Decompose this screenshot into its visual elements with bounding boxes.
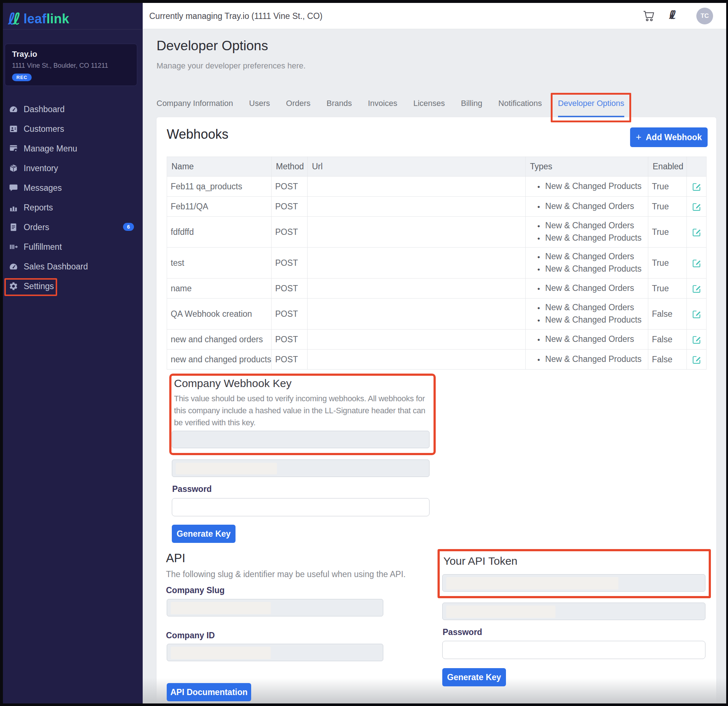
webhook-type: ●New & Changed Products <box>537 353 644 366</box>
sidebar-item-label: Messages <box>24 183 62 193</box>
tab-users[interactable]: Users <box>249 94 270 117</box>
webhook-url-cell <box>308 247 526 279</box>
webhook-row: testPOST●New & Changed Orders●New & Chan… <box>167 247 706 279</box>
sidebar-item-inventory[interactable]: Inventory <box>3 158 143 178</box>
leaflink-logo-text: leaflink <box>24 11 69 27</box>
password-label: Password <box>443 627 482 637</box>
tab-developer-options[interactable]: Developer Options <box>558 94 624 117</box>
generate-key-button[interactable]: Generate Key <box>442 668 506 686</box>
password-field[interactable] <box>172 498 429 516</box>
sidebar-item-messages[interactable]: Messages <box>3 178 143 198</box>
webhook-row: new and changed ordersPOST●New & Changed… <box>167 330 706 350</box>
tab-licenses[interactable]: Licenses <box>413 94 445 117</box>
sidebar-item-fulfillment[interactable]: Fulfillment <box>3 237 143 257</box>
edit-webhook-icon[interactable] <box>692 284 702 293</box>
redacted-value <box>171 602 271 614</box>
column-header-Types: Types <box>526 157 648 176</box>
sidebar-item-reports[interactable]: Reports <box>3 198 143 217</box>
sidebar-divider <box>3 29 143 29</box>
sidebar-item-orders[interactable]: Orders6 <box>3 217 143 237</box>
tab-notifications[interactable]: Notifications <box>498 94 542 117</box>
page-title: Developer Options <box>156 38 268 54</box>
reports-icon <box>9 203 18 212</box>
sidebar-item-settings[interactable]: Settings <box>3 276 143 296</box>
edit-webhook-icon[interactable] <box>692 335 702 344</box>
edit-webhook-icon[interactable] <box>692 202 702 211</box>
webhook-method-cell: POST <box>272 330 308 350</box>
webhook-types-cell: ●New & Changed Orders <box>526 197 648 217</box>
leaflink-mark-icon[interactable]: ℓℓ <box>669 8 676 22</box>
tab-company-information[interactable]: Company Information <box>156 94 233 117</box>
redacted-value <box>446 577 618 589</box>
edit-webhook-icon[interactable] <box>692 309 702 318</box>
app-window: ℓℓ leaflink Tray.io 1111 Vine St., Bould… <box>0 0 728 706</box>
license-type-badge: REC <box>12 74 32 81</box>
dashboard-icon <box>9 104 18 114</box>
edit-webhook-icon[interactable] <box>692 182 702 191</box>
edit-webhook-icon[interactable] <box>692 227 702 237</box>
webhook-name-cell: Feb11/QA <box>167 197 272 217</box>
bullet-icon: ● <box>537 266 540 272</box>
webhook-key-secondary-field[interactable] <box>172 460 429 477</box>
company-address: 1111 Vine St., Boulder, CO 11211 <box>12 62 130 69</box>
sidebar-item-manage-menu[interactable]: Manage Menu <box>3 139 143 158</box>
edit-webhook-icon[interactable] <box>692 354 702 364</box>
sales-dashboard-icon <box>9 262 18 271</box>
bullet-icon: ● <box>537 204 540 209</box>
password-field[interactable] <box>442 641 705 659</box>
webhook-method-cell: POST <box>272 247 308 279</box>
bullet-icon: ● <box>537 317 540 323</box>
sidebar-item-label: Customers <box>24 124 64 134</box>
webhook-url-cell <box>308 299 526 330</box>
webhook-types-cell: ●New & Changed Orders●New & Changed Prod… <box>526 247 648 279</box>
add-webhook-button[interactable]: +Add Webhook <box>630 127 708 147</box>
webhooks-table: NameMethodUrlTypesEnabled Feb11 qa_produ… <box>167 156 706 370</box>
sidebar-item-dashboard[interactable]: Dashboard <box>3 100 143 119</box>
webhook-key-field[interactable] <box>172 431 429 448</box>
column-header-Name: Name <box>167 157 272 176</box>
company-card[interactable]: Tray.io 1111 Vine St., Boulder, CO 11211… <box>5 44 137 86</box>
tab-orders[interactable]: Orders <box>286 94 311 117</box>
webhook-types-cell: ●New & Changed Orders <box>526 330 648 350</box>
api-description: The following slug & identifier may be u… <box>166 570 406 579</box>
webhook-method-cell: POST <box>272 350 308 370</box>
webhook-enabled-cell: True <box>648 197 687 217</box>
webhook-method-cell: POST <box>272 176 308 197</box>
webhook-enabled-cell: True <box>648 217 687 247</box>
webhook-method-cell: POST <box>272 279 308 299</box>
generate-key-button[interactable]: Generate Key <box>172 525 235 543</box>
cart-icon[interactable] <box>642 9 656 23</box>
webhook-row: Feb11 qa_productsPOST●New & Changed Prod… <box>167 176 706 197</box>
webhook-type: ●New & Changed Products <box>537 180 644 192</box>
webhook-type: ●New & Changed Orders <box>537 301 644 314</box>
column-header-Url: Url <box>308 157 526 176</box>
webhook-row: Feb11/QAPOST●New & Changed OrdersTrue <box>167 197 706 217</box>
webhook-key-description: This value should be used to verify inco… <box>174 392 432 428</box>
tab-brands[interactable]: Brands <box>326 94 352 117</box>
edit-webhook-icon[interactable] <box>692 258 702 268</box>
webhook-name-cell: new and changed orders <box>167 330 272 350</box>
bullet-icon: ● <box>537 236 540 241</box>
api-token-field[interactable] <box>442 574 705 592</box>
bullet-icon: ● <box>537 286 540 291</box>
webhook-edit-cell <box>687 217 706 247</box>
api-token-secondary-field[interactable] <box>442 603 705 620</box>
company-slug-field[interactable] <box>167 599 383 616</box>
webhook-name-cell: new and changed products <box>167 350 272 370</box>
tab-billing[interactable]: Billing <box>461 94 482 117</box>
webhook-name-cell: Feb11 qa_products <box>167 176 272 197</box>
sidebar-item-customers[interactable]: Customers <box>3 119 143 139</box>
bullet-icon: ● <box>537 357 540 362</box>
inventory-icon <box>9 163 18 173</box>
webhook-type: ●New & Changed Products <box>537 232 644 244</box>
api-heading: API <box>166 551 185 565</box>
sidebar-item-label: Sales Dashboard <box>24 262 88 272</box>
api-documentation-button[interactable]: API Documentation <box>167 683 251 701</box>
tab-invoices[interactable]: Invoices <box>368 94 397 117</box>
column-header-actions <box>687 157 706 176</box>
avatar[interactable]: TC <box>696 8 713 25</box>
password-label: Password <box>172 484 212 494</box>
sidebar-item-sales-dashboard[interactable]: Sales Dashboard <box>3 257 143 276</box>
webhook-edit-cell <box>687 247 706 279</box>
company-id-field[interactable] <box>167 644 383 661</box>
